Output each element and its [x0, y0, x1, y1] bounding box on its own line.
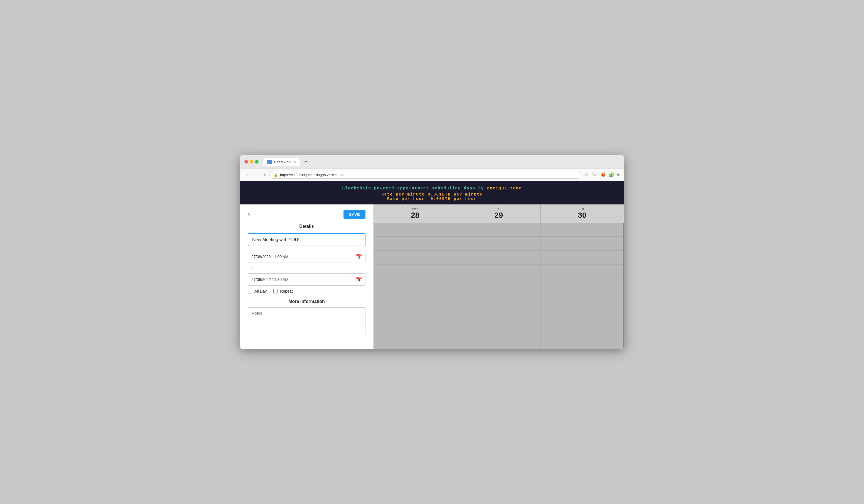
table-row [457, 292, 540, 306]
table-row [457, 306, 540, 320]
cal-day-num-wed: 28 [374, 211, 457, 220]
calendar-grid [374, 223, 624, 349]
dialog-header: × SAVE [248, 210, 365, 219]
maximize-traffic-light[interactable] [255, 160, 259, 163]
dialog-close-button[interactable]: × [248, 212, 251, 218]
more-info-title: More Information [248, 299, 365, 304]
all-day-checkbox-label[interactable]: All Day [248, 289, 267, 293]
cal-day-wed: Wed 28 [374, 205, 457, 223]
table-row [374, 320, 457, 334]
end-datetime-field[interactable]: 27/09/2022 11:30 AM 📅 [248, 273, 365, 286]
main-content: × SAVE Details 27/09/2022 11:00 AM 📅 - 2… [240, 205, 624, 349]
table-row [374, 250, 457, 265]
browser-window: R React App × + ‹ › ↻ 🔒 https://cal3-enr… [240, 155, 624, 349]
forward-button[interactable]: › [254, 172, 261, 177]
table-row [457, 265, 540, 279]
table-row [541, 237, 624, 250]
all-day-label: All Day [254, 289, 267, 293]
start-calendar-icon[interactable]: 📅 [356, 254, 362, 260]
table-row [457, 320, 540, 334]
tab-close-button[interactable]: × [294, 160, 296, 164]
repeat-checkbox-label[interactable]: Repeat [273, 289, 292, 293]
end-datetime-text: 27/09/2022 11:30 AM [251, 277, 356, 282]
table-row [541, 279, 624, 292]
cal-day-name-fri: Fri [541, 207, 624, 211]
table-row [457, 279, 540, 292]
start-datetime-text: 27/09/2022 11:00 AM [251, 255, 356, 259]
all-day-checkbox[interactable] [248, 289, 252, 293]
tab-favicon: R [267, 160, 272, 164]
menu-icon[interactable]: ≡ [617, 172, 620, 177]
address-bar: ‹ › ↻ 🔒 https://cal3-enriqueiturriagaa.v… [240, 169, 624, 181]
checkboxes-row: All Day Repeat [248, 289, 365, 293]
puzzle-icon[interactable]: 🧩 [609, 172, 614, 177]
calendar-area: Wed 28 Thu 29 Fri 30 [374, 205, 624, 349]
rate-per-hour: Rate per hour: 0.06ETH per hour [240, 197, 624, 201]
table-row [374, 306, 457, 320]
table-row [457, 250, 540, 265]
browser-tab[interactable]: R React App × [263, 158, 300, 166]
cal-day-thu: Thu 29 [457, 205, 541, 223]
cal-day-name-wed: Wed [374, 207, 457, 211]
url-text: https://cal3-enriqueiturriagaa.vercel.ap… [280, 173, 344, 177]
enrique-link[interactable]: enrique.zone [487, 186, 522, 190]
cal-day-num-thu: 29 [457, 211, 540, 220]
table-row [541, 306, 624, 320]
teal-accent-bar [623, 223, 624, 349]
close-traffic-light[interactable] [244, 160, 248, 163]
details-title: Details [248, 224, 365, 229]
minimize-traffic-light[interactable] [250, 160, 253, 163]
table-row [374, 279, 457, 292]
url-field[interactable]: 🔒 https://cal3-enriqueiturriagaa.vercel.… [269, 171, 581, 179]
datetime-dash: - [251, 266, 365, 271]
end-calendar-icon[interactable]: 📅 [356, 276, 362, 283]
browser-icons: 🛡 🦊 🧩 ≡ [593, 172, 620, 177]
table-row [541, 223, 624, 237]
meeting-title-input[interactable] [248, 233, 365, 246]
cal-day-name-thu: Thu [457, 207, 540, 211]
blockchain-tagline: Blockchain powered appointment schedulin… [240, 186, 624, 190]
app-header: Blockchain powered appointment schedulin… [240, 181, 624, 205]
lock-icon: 🔒 [274, 173, 278, 177]
table-row [374, 223, 457, 237]
new-tab-button[interactable]: + [302, 158, 310, 165]
notes-textarea[interactable] [248, 307, 365, 335]
table-row [541, 292, 624, 306]
cal-col-thu [457, 223, 541, 349]
cal-day-num-fri: 30 [541, 211, 624, 220]
fox-icon[interactable]: 🦊 [600, 172, 606, 177]
table-row [541, 320, 624, 334]
table-row [457, 223, 540, 237]
shield-icon[interactable]: 🛡 [593, 172, 598, 177]
table-row [457, 237, 540, 250]
table-row [374, 292, 457, 306]
table-row [374, 237, 457, 250]
refresh-button[interactable]: ↻ [263, 173, 267, 177]
save-button[interactable]: SAVE [344, 210, 365, 219]
cal-day-fri: Fri 30 [541, 205, 624, 223]
table-row [541, 265, 624, 279]
event-dialog: × SAVE Details 27/09/2022 11:00 AM 📅 - 2… [240, 205, 374, 349]
start-datetime-field[interactable]: 27/09/2022 11:00 AM 📅 [248, 250, 365, 263]
back-button[interactable]: ‹ [244, 172, 251, 177]
rate-per-minute: Rate per minute:0.001ETH per minute [240, 192, 624, 197]
traffic-lights [244, 160, 259, 163]
table-row [374, 265, 457, 279]
calendar-header: Wed 28 Thu 29 Fri 30 [374, 205, 624, 223]
cal-col-fri [541, 223, 624, 349]
bookmark-icon[interactable]: ☆ [584, 172, 588, 177]
title-bar: R React App × + [240, 155, 624, 169]
repeat-label: Repeat [280, 289, 292, 293]
tab-title: React App [274, 160, 291, 164]
repeat-checkbox[interactable] [273, 289, 278, 293]
table-row [541, 250, 624, 265]
cal-col-wed [374, 223, 457, 349]
